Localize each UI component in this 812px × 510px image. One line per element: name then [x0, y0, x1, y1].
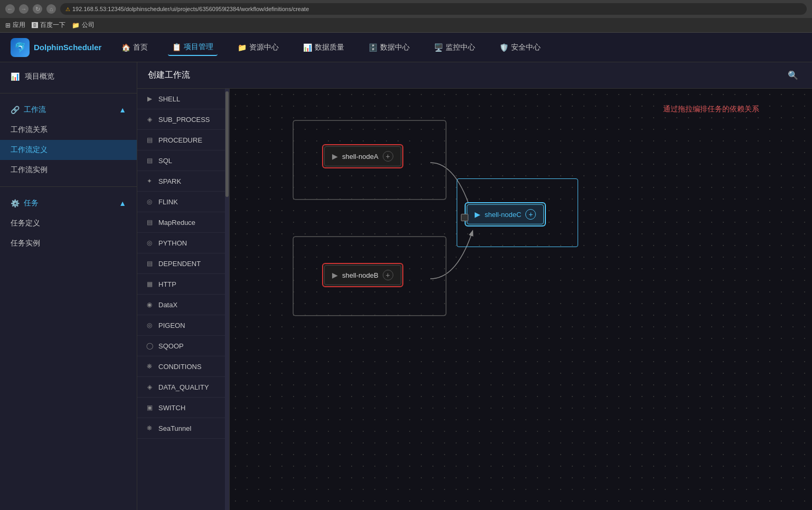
task-instance-label: 任务实例	[11, 239, 40, 248]
palette-item-http[interactable]: ▦ HTTP	[137, 274, 229, 295]
nav-home[interactable]: 🏠 首页	[117, 40, 152, 55]
palette-item-dependent[interactable]: ▤ DEPENDENT	[137, 253, 229, 274]
node-a-add-button[interactable]: +	[383, 151, 393, 162]
palette-label-9: HTTP	[158, 280, 176, 288]
palette-item-mapreduce[interactable]: ▤ MapReduce	[137, 212, 229, 233]
palette-scrollbar[interactable]	[225, 89, 229, 510]
palette-item-pigeon[interactable]: ◎ PIGEON	[137, 315, 229, 336]
bookmark-apps[interactable]: ⊞ 应用	[5, 21, 25, 30]
palette-item-sqoop[interactable]: ◯ SQOOP	[137, 336, 229, 356]
workflow-relation-label: 工作流关系	[11, 125, 48, 135]
sidebar-item-task-definition[interactable]: 任务定义	[0, 213, 137, 233]
palette-icon-16: ❋	[145, 423, 154, 433]
sidebar-item-workflow-definition[interactable]: 工作流定义	[0, 140, 137, 160]
nav-security[interactable]: 🛡️ 安全中心	[495, 40, 545, 55]
forward-button[interactable]: →	[19, 4, 29, 14]
nav-project[interactable]: 📋 项目管理	[168, 39, 218, 56]
palette-item-shell[interactable]: ▶ SHELL	[137, 89, 229, 109]
palette-icon-3: ▤	[145, 156, 154, 165]
nav-monitor[interactable]: 🖥️ 监控中心	[430, 40, 479, 55]
workflow-node-a[interactable]: ▶ shell-nodeA +	[322, 144, 403, 168]
node-c-icon: ▶	[475, 210, 480, 219]
palette-item-data-quality[interactable]: ◈ DATA_QUALITY	[137, 377, 229, 398]
sidebar-divider-2	[0, 186, 137, 187]
palette-icon-0: ▶	[145, 94, 154, 103]
palette-label-3: SQL	[158, 157, 172, 165]
nav-quality[interactable]: 📊 数据质量	[299, 40, 348, 55]
palette-item-switch[interactable]: ▣ SWITCH	[137, 398, 229, 418]
palette-item-sub-process[interactable]: ◈ SUB_PROCESS	[137, 109, 229, 130]
reload-button[interactable]: ↻	[33, 4, 42, 14]
palette-label-8: DEPENDENT	[158, 260, 201, 268]
bookmark-company-label: 公司	[82, 21, 95, 30]
main-content: 📊 项目概览 🔗 工作流 ▲ 工作流关系 工作流定义	[0, 62, 812, 510]
palette-item-sql[interactable]: ▤ SQL	[137, 150, 229, 171]
bookmark-company[interactable]: 📁 公司	[72, 21, 95, 30]
palette-icon-1: ◈	[145, 115, 154, 124]
quality-icon: 📊	[303, 43, 312, 52]
palette-item-python[interactable]: ◎ PYTHON	[137, 233, 229, 253]
task-palette: ▶ SHELL ◈ SUB_PROCESS ▤ PROCEDURE ▤ SQL …	[137, 89, 230, 510]
data-icon: 🗄️	[369, 43, 377, 52]
sidebar-task-label: 任务	[24, 199, 39, 208]
sidebar-item-task-instance[interactable]: 任务实例	[0, 233, 137, 253]
sidebar-workflow-header[interactable]: 🔗 工作流 ▲	[0, 100, 137, 120]
palette-item-spark[interactable]: ✦ SPARK	[137, 171, 229, 192]
node-b-add-button[interactable]: +	[383, 270, 393, 280]
nav-resource-label: 资源中心	[249, 43, 279, 52]
palette-item-procedure[interactable]: ▤ PROCEDURE	[137, 130, 229, 150]
palette-item-seatunnel[interactable]: ❋ SeaTunnel	[137, 418, 229, 439]
palette-item-conditions[interactable]: ❋ CONDITIONS	[137, 356, 229, 377]
palette-label-4: SPARK	[158, 177, 181, 185]
nav-home-label: 首页	[133, 43, 148, 52]
node-b-icon: ▶	[332, 271, 338, 279]
chevron-up-icon: ▲	[119, 106, 126, 114]
palette-icon-15: ▣	[145, 403, 154, 412]
palette-icon-8: ▤	[145, 259, 154, 268]
sidebar-divider-1	[0, 93, 137, 93]
nav-data-label: 数据中心	[380, 43, 410, 52]
back-button[interactable]: ←	[5, 4, 15, 14]
sidebar-item-workflow-relation[interactable]: 工作流关系	[0, 120, 137, 140]
palette-icon-5: ◎	[145, 197, 154, 206]
right-panel: 创建工作流 🔍 ▶ SHELL ◈ SUB_PROCESS ▤ PROCEDUR…	[137, 62, 812, 510]
browser-nav: ← → ↻ ⌂ ⚠ 192.168.5.53:12345/dolphinsche…	[0, 0, 812, 18]
home-button[interactable]: ⌂	[46, 4, 56, 14]
canvas-hint: 通过拖拉编排任务的依赖关系	[663, 105, 759, 114]
bookmark-apps-label: 应用	[13, 21, 25, 30]
workflow-node-c[interactable]: ▶ shell-nodeC +	[465, 202, 546, 226]
nav-data[interactable]: 🗄️ 数据中心	[364, 40, 414, 55]
task-chevron-up-icon: ▲	[119, 199, 126, 207]
sidebar-item-overview[interactable]: 📊 项目概览	[0, 67, 137, 87]
sidebar-overview-label: 项目概览	[25, 72, 54, 81]
logo-icon: 🐬	[11, 38, 30, 57]
palette-item-flink[interactable]: ◎ FLINK	[137, 192, 229, 212]
task-definition-label: 任务定义	[11, 219, 40, 228]
node-b-inner: ▶ shell-nodeB +	[324, 265, 401, 285]
palette-icon-6: ▤	[145, 218, 154, 227]
node-c-add-button[interactable]: +	[525, 209, 536, 220]
workflow-section-icon: 🔗	[11, 106, 20, 114]
palette-label-11: PIGEON	[158, 322, 185, 329]
node-c-label: shell-nodeC	[485, 211, 521, 219]
workflow-node-b[interactable]: ▶ shell-nodeB +	[322, 263, 403, 287]
nav-quality-label: 数据质量	[315, 43, 344, 52]
palette-item-datax[interactable]: ◉ DataX	[137, 295, 229, 315]
palette-label-7: PYTHON	[158, 239, 187, 247]
palette-icon-4: ✦	[145, 176, 154, 186]
panel-title: 创建工作流	[148, 70, 190, 81]
sidebar-task-header[interactable]: ⚙️ 任务 ▲	[0, 193, 137, 213]
connection-svg	[230, 89, 812, 510]
palette-icon-10: ◉	[145, 300, 154, 309]
palette-label-16: SeaTunnel	[158, 424, 191, 432]
bookmark-baidu[interactable]: 🅱 百度一下	[32, 21, 65, 30]
address-bar[interactable]: ⚠ 192.168.5.53:12345/dolphinscheduler/ui…	[60, 3, 807, 15]
nav-resource[interactable]: 📁 资源中心	[233, 40, 283, 55]
workflow-canvas[interactable]: 通过拖拉编排任务的依赖关系	[230, 89, 812, 510]
sidebar-item-workflow-instance[interactable]: 工作流实例	[0, 160, 137, 180]
top-nav: 🐬 DolphinScheduler 🏠 首页 📋 项目管理 📁 资源中心 📊 …	[0, 33, 812, 62]
search-button[interactable]: 🔍	[785, 67, 801, 84]
workflow-definition-label: 工作流定义	[11, 145, 48, 155]
logo-text: DolphinScheduler	[34, 43, 101, 52]
palette-label-15: SWITCH	[158, 404, 185, 412]
